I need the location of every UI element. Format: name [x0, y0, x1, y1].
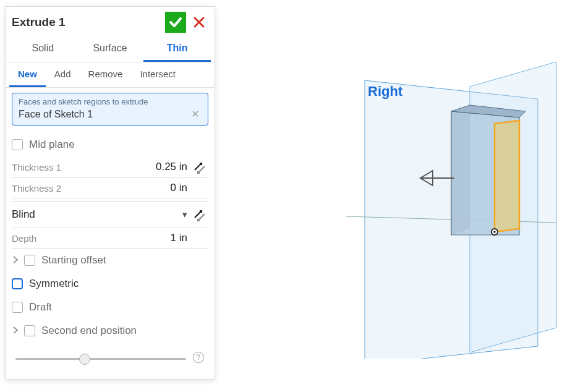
selection-label: Faces and sketch regions to extrude — [19, 97, 202, 106]
thickness1-label: Thickness 1 — [12, 162, 156, 173]
tab-solid[interactable]: Solid — [9, 36, 77, 62]
second-end-row[interactable]: Second end position — [12, 319, 208, 343]
depth-label: Depth — [12, 233, 171, 244]
second-end-label: Second end position — [41, 325, 137, 337]
close-icon — [193, 16, 205, 28]
subtab-intersect[interactable]: Intersect — [131, 62, 184, 87]
opacity-slider-row: ? — [12, 343, 208, 372]
extrude-panel: Extrude 1 Solid Surface Thin New Add Rem… — [5, 6, 215, 380]
end-type-value: Blind — [12, 208, 182, 221]
thickness2-input[interactable]: 0 in — [171, 182, 187, 194]
depth-input[interactable]: 1 in — [171, 232, 187, 244]
extruded-body — [451, 105, 525, 235]
flip-arrows-icon — [193, 209, 206, 223]
mid-plane-label: Mid plane — [29, 138, 75, 151]
draft-label: Draft — [29, 301, 52, 313]
depth-row: Depth 1 in — [12, 228, 208, 249]
viewport-3d[interactable]: Right — [309, 49, 563, 359]
flip-arrows-icon — [193, 161, 206, 175]
confirm-button[interactable] — [165, 12, 186, 33]
end-type-dropdown[interactable]: Blind ▾ — [12, 201, 208, 228]
mid-plane-row[interactable]: Mid plane — [12, 133, 208, 156]
panel-title: Extrude 1 — [12, 15, 165, 29]
starting-offset-row[interactable]: Starting offset — [12, 249, 208, 272]
second-end-checkbox[interactable] — [24, 325, 35, 336]
thickness2-label: Thickness 2 — [12, 183, 171, 194]
help-button[interactable]: ? — [192, 351, 205, 367]
mid-plane-checkbox[interactable] — [12, 139, 23, 150]
selection-clear-button[interactable] — [189, 109, 202, 120]
symmetric-checkbox[interactable] — [12, 278, 23, 289]
thickness2-row: Thickness 2 0 in — [12, 178, 208, 198]
operation-tabs: New Add Remove Intersect — [6, 62, 215, 88]
tab-surface[interactable]: Surface — [77, 36, 144, 62]
symmetric-row[interactable]: Symmetric — [12, 272, 208, 296]
thickness1-input[interactable]: 0.25 in — [156, 161, 187, 173]
opacity-slider[interactable] — [15, 358, 186, 360]
subtab-new[interactable]: New — [9, 62, 46, 87]
expand-icon[interactable] — [12, 255, 19, 266]
panel-header: Extrude 1 — [6, 7, 215, 36]
draft-row[interactable]: Draft — [12, 296, 208, 319]
starting-offset-checkbox[interactable] — [24, 255, 35, 266]
thickness1-flip-button[interactable] — [191, 160, 208, 174]
thickness1-row: Thickness 1 0.25 in — [12, 156, 208, 178]
symmetric-label: Symmetric — [29, 278, 79, 290]
svg-text:?: ? — [196, 353, 200, 362]
selection-box[interactable]: Faces and sketch regions to extrude Face… — [12, 93, 208, 126]
help-icon: ? — [192, 351, 205, 364]
expand-icon[interactable] — [12, 326, 19, 336]
svg-point-10 — [493, 231, 496, 233]
tab-thin[interactable]: Thin — [143, 36, 211, 62]
chevron-down-icon: ▾ — [182, 209, 187, 220]
subtab-remove[interactable]: Remove — [80, 62, 132, 87]
svg-marker-8 — [495, 121, 519, 232]
check-icon — [168, 15, 183, 30]
type-tabs: Solid Surface Thin — [6, 36, 215, 62]
cancel-button[interactable] — [190, 12, 208, 33]
selection-value: Face of Sketch 1 — [19, 109, 189, 120]
plane-label: Right — [368, 83, 402, 100]
chevron-right-icon — [12, 255, 19, 264]
draft-checkbox[interactable] — [12, 302, 23, 313]
viewport-canvas — [309, 49, 563, 359]
starting-offset-label: Starting offset — [41, 254, 106, 266]
end-type-flip-button[interactable] — [191, 208, 208, 221]
chevron-right-icon — [12, 326, 19, 334]
subtab-add[interactable]: Add — [46, 62, 80, 87]
close-small-icon — [192, 110, 199, 117]
